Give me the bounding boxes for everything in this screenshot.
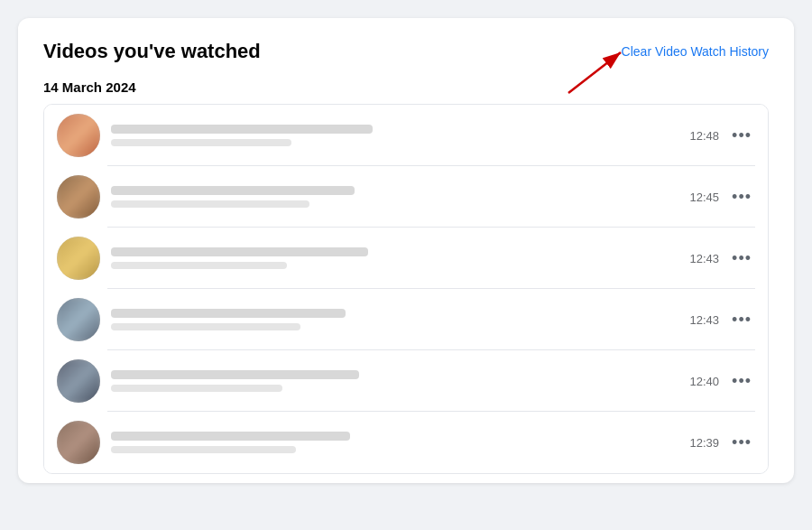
video-right: 12:45 ••• [690, 186, 755, 209]
clear-history-link[interactable]: Clear Video Watch History [622, 44, 769, 59]
video-right: 12:39 ••• [690, 432, 755, 454]
table-row: 12:48 ••• [44, 105, 768, 166]
avatar [57, 237, 100, 280]
table-row: 12:40 ••• [44, 350, 768, 412]
video-title-blur [111, 186, 355, 195]
video-info [111, 186, 690, 208]
table-row: 12:45 ••• [44, 166, 768, 228]
avatar [57, 175, 100, 219]
more-options-button[interactable]: ••• [728, 309, 755, 331]
video-title-blur [111, 125, 373, 134]
video-meta-blur [111, 200, 309, 208]
table-row: 12:43 ••• [44, 228, 768, 289]
video-time: 12:48 [690, 129, 720, 143]
table-row: 12:43 ••• [44, 289, 768, 350]
table-row: 12:39 ••• [44, 412, 768, 473]
video-right: 12:43 ••• [690, 247, 755, 270]
video-title-blur [111, 247, 368, 256]
video-info [111, 247, 690, 269]
video-meta-blur [111, 323, 300, 330]
main-container: Videos you've watched Clear Video Watch … [18, 18, 794, 483]
video-time: 12:43 [690, 252, 720, 265]
page-header: Videos you've watched Clear Video Watch … [43, 40, 769, 63]
avatar [57, 359, 100, 403]
avatar [57, 114, 100, 157]
avatar [57, 421, 100, 464]
more-options-button[interactable]: ••• [728, 186, 755, 209]
video-title-blur [111, 432, 350, 441]
video-right: 12:43 ••• [690, 309, 755, 331]
video-time: 12:40 [690, 375, 720, 388]
video-title-blur [111, 370, 359, 379]
more-options-button[interactable]: ••• [728, 247, 755, 270]
video-info [111, 432, 690, 453]
more-options-button[interactable]: ••• [728, 432, 755, 454]
video-right: 12:48 ••• [690, 125, 755, 147]
video-list: 12:48 ••• 12:45 ••• [43, 104, 769, 474]
video-time: 12:43 [690, 313, 720, 327]
video-meta-blur [111, 262, 287, 269]
date-group-label: 14 March 2024 [43, 79, 769, 95]
video-info [111, 370, 690, 392]
more-options-button[interactable]: ••• [728, 125, 755, 147]
avatar [57, 298, 100, 341]
video-meta-blur [111, 139, 291, 146]
video-meta-blur [111, 446, 296, 453]
video-info [111, 125, 690, 146]
video-time: 12:45 [690, 191, 720, 204]
video-meta-blur [111, 385, 282, 392]
page-title: Videos you've watched [43, 40, 261, 63]
video-title-blur [111, 309, 346, 318]
video-info [111, 309, 690, 330]
video-time: 12:39 [690, 436, 720, 450]
more-options-button[interactable]: ••• [728, 370, 755, 393]
video-right: 12:40 ••• [690, 370, 755, 393]
